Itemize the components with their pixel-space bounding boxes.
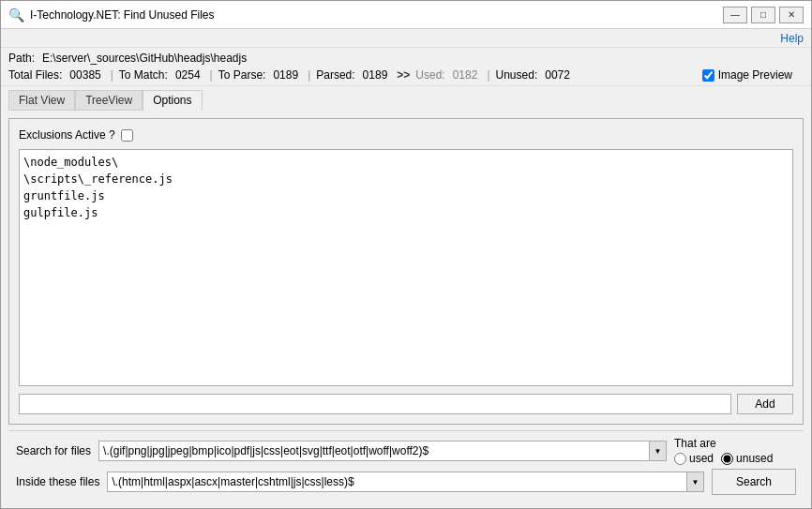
search-for-files-label: Search for files [16, 444, 91, 457]
tab-flat-view[interactable]: Flat View [8, 90, 75, 111]
inside-these-files-row: Inside these files \.(htm|html|aspx|ascx… [16, 469, 796, 495]
exclusions-label: Exclusions Active ? [19, 128, 115, 142]
main-content: Exclusions Active ? \node_modules\ \scri… [1, 111, 811, 508]
image-preview-checkbox[interactable] [702, 69, 714, 82]
search-for-files-value: \.(gif|png|jpg|jpeg|bmp|ico|pdf|js|css|e… [103, 444, 649, 457]
used-radio[interactable] [674, 453, 686, 465]
unused-label: Unused: [496, 68, 538, 82]
used-label: Used: [415, 68, 444, 82]
add-exclusion-button[interactable]: Add [737, 394, 793, 414]
path-value: E:\server\_sources\GitHub\headjs\headjs [42, 52, 247, 65]
that-are-section: That are used unused [674, 437, 796, 465]
search-for-files-combo[interactable]: \.(gif|png|jpg|jpeg|bmp|ico|pdf|js|css|e… [98, 441, 667, 461]
unused-value: 0072 [545, 68, 570, 82]
to-match-value: 0254 [175, 68, 201, 82]
window-controls: — □ ✕ [723, 7, 804, 23]
app-icon: 🔍 [8, 7, 24, 22]
exclusions-header: Exclusions Active ? [19, 128, 793, 142]
exclusions-checkbox[interactable] [121, 129, 133, 142]
sep1: | [111, 68, 113, 82]
search-for-files-dropdown-arrow[interactable]: ▼ [649, 442, 666, 460]
image-preview-label[interactable]: Image Preview [702, 68, 796, 82]
tab-options[interactable]: Options [143, 90, 202, 111]
path-label: Path: [8, 52, 35, 65]
main-window: 🔍 I-Technology.NET: Find Unused Files — … [0, 0, 812, 509]
close-button[interactable]: ✕ [779, 7, 804, 23]
unused-radio-option[interactable]: unused [721, 452, 773, 465]
inside-these-files-dropdown-arrow[interactable]: ▼ [686, 472, 703, 491]
add-exclusion-input[interactable] [19, 394, 731, 414]
help-menu[interactable]: Help [780, 32, 804, 45]
parsed-value: 0189 [363, 68, 388, 82]
that-are-label: That are [674, 437, 716, 450]
tab-bar: Flat View TreeView Options [1, 86, 811, 111]
inside-these-files-combo[interactable]: \.(htm|html|aspx|ascx|master|cshtml|js|c… [107, 472, 704, 492]
inside-these-files-label: Inside these files [16, 475, 99, 488]
search-for-files-row: Search for files \.(gif|png|jpg|jpeg|bmp… [16, 437, 796, 465]
list-item: \scripts\_reference.js [23, 171, 789, 187]
unused-radio-label: unused [736, 452, 773, 465]
bottom-search-area: Search for files \.(gif|png|jpg|jpeg|bmp… [8, 430, 804, 501]
image-preview-text: Image Preview [718, 68, 792, 82]
menu-bar: Help [1, 29, 811, 48]
title-bar: 🔍 I-Technology.NET: Find Unused Files — … [1, 1, 811, 29]
total-files-label: Total Files: [8, 68, 62, 82]
to-parse-value: 0189 [273, 68, 298, 82]
list-item: \node_modules\ [23, 154, 789, 171]
sep3: | [308, 68, 310, 82]
unused-radio[interactable] [721, 453, 733, 465]
sep2: | [210, 68, 213, 82]
list-item: gruntfile.js [23, 187, 789, 204]
exclusions-box[interactable]: \node_modules\ \scripts\_reference.js gr… [19, 149, 793, 386]
inside-these-files-value: \.(htm|html|aspx|ascx|master|cshtml|js|c… [112, 475, 686, 488]
used-value: 0182 [453, 68, 478, 82]
to-match-label: To Match: [119, 68, 168, 82]
used-radio-option[interactable]: used [674, 452, 714, 465]
path-bar: Path: E:\server\_sources\GitHub\headjs\h… [1, 48, 811, 67]
window-title: I-Technology.NET: Find Unused Files [30, 8, 215, 22]
options-tab-content: Exclusions Active ? \node_modules\ \scri… [8, 118, 804, 425]
sep4: | [487, 68, 489, 82]
parsed-label: Parsed: [316, 68, 354, 82]
maximize-button[interactable]: □ [751, 7, 775, 23]
title-bar-left: 🔍 I-Technology.NET: Find Unused Files [8, 7, 215, 22]
tab-tree-view[interactable]: TreeView [75, 90, 143, 111]
search-button[interactable]: Search [712, 469, 796, 495]
double-arrow: >> [397, 68, 410, 82]
total-files-value: 00385 [69, 68, 100, 82]
used-radio-label: used [689, 452, 714, 465]
add-exclusion-row: Add [19, 394, 793, 414]
that-are-radio-group: used unused [674, 452, 773, 465]
minimize-button[interactable]: — [723, 7, 747, 23]
stats-bar: Total Files: 00385 | To Match: 0254 | To… [1, 67, 811, 86]
to-parse-label: To Parse: [218, 68, 266, 82]
list-item: gulpfile.js [23, 204, 789, 221]
